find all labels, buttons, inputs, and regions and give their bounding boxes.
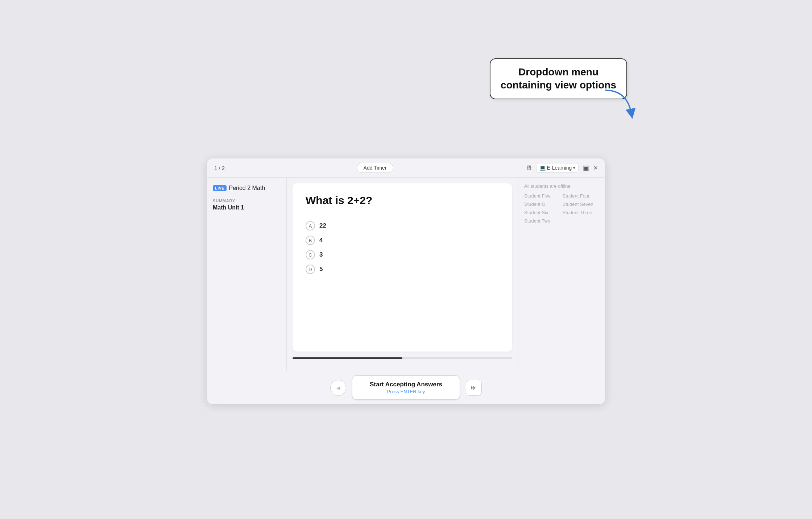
student-name: Student Three [563, 210, 600, 215]
answer-value: 22 [319, 222, 326, 229]
student-name: Student O [524, 202, 561, 207]
top-bar-right: 🖥 💻 E-Learning ▾ ▣ × [525, 163, 598, 173]
pagination: 1 / 2 [214, 165, 225, 171]
question-card: What is 2+2? A 22 B 4 C 3 D 5 [293, 183, 512, 352]
answer-letter: D [306, 265, 315, 274]
progress-fill [293, 357, 402, 359]
elearning-dropdown[interactable]: 💻 E-Learning ▾ [536, 163, 579, 173]
tooltip-line2: containing view options [501, 79, 616, 91]
start-accepting-button[interactable]: Start Accepting Answers Press ENTER key [352, 375, 460, 400]
answer-value: 5 [319, 266, 323, 273]
student-name: Student Four [563, 193, 600, 199]
answer-options: A 22 B 4 C 3 D 5 [306, 221, 499, 274]
enter-hint: Press ENTER key [370, 389, 442, 394]
tooltip-line1: Dropdown menu [518, 66, 598, 78]
answer-value: 4 [319, 237, 323, 244]
monitor-icon[interactable]: 🖥 [525, 164, 532, 172]
prev-icon: ◀ [336, 385, 340, 391]
laptop-icon: 💻 [539, 165, 546, 171]
answer-letter: C [306, 250, 315, 260]
layout-icon[interactable]: ▣ [583, 164, 589, 172]
annotation-layer: Dropdown menu containing view options [490, 58, 627, 99]
tooltip-arrow-icon [602, 87, 638, 119]
answer-letter: B [306, 236, 315, 245]
app-window: 1 / 2 Add Timer 🖥 💻 E-Learning ▾ ▣ × LIV [207, 158, 605, 404]
close-button[interactable]: × [593, 164, 598, 172]
live-badge: LIVE [213, 185, 227, 191]
question-area: What is 2+2? A 22 B 4 C 3 D 5 [287, 178, 518, 371]
prev-button[interactable]: ◀ [330, 380, 346, 396]
main-content: LIVE Period 2 Math SUMMARY Math Unit 1 W… [207, 178, 605, 371]
question-text: What is 2+2? [306, 194, 499, 207]
answer-option: B 4 [306, 236, 499, 245]
summary-label: SUMMARY [213, 199, 281, 203]
next-button[interactable]: ⏭ [466, 380, 482, 396]
student-name: Student Five [524, 193, 561, 199]
add-timer-button[interactable]: Add Timer [357, 163, 394, 173]
answer-letter: A [306, 221, 315, 231]
answer-value: 3 [319, 251, 323, 258]
class-name-row: LIVE Period 2 Math [213, 185, 281, 191]
answer-option: A 22 [306, 221, 499, 231]
bottom-bar: ◀ Start Accepting Answers Press ENTER ke… [207, 371, 605, 404]
offline-status: All students are offline [524, 183, 599, 189]
class-name-text: Period 2 Math [229, 185, 265, 191]
sidebar: LIVE Period 2 Math SUMMARY Math Unit 1 [207, 178, 287, 371]
unit-name: Math Unit 1 [213, 204, 281, 211]
progress-track [293, 357, 512, 359]
chevron-down-icon: ▾ [573, 166, 575, 170]
students-grid: Student FiveStudent FourStudent OStudent… [524, 193, 599, 224]
answer-option: C 3 [306, 250, 499, 260]
top-bar-center: Add Timer [357, 163, 394, 173]
next-icon: ⏭ [471, 384, 477, 391]
tooltip-box: Dropdown menu containing view options [490, 58, 627, 99]
start-accepting-label: Start Accepting Answers [370, 381, 442, 388]
top-bar: 1 / 2 Add Timer 🖥 💻 E-Learning ▾ ▣ × [207, 158, 605, 178]
student-name: Student Six [524, 210, 561, 215]
elearning-label: E-Learning [547, 165, 572, 171]
answer-option: D 5 [306, 265, 499, 274]
right-panel: All students are offline Student FiveStu… [518, 178, 605, 371]
page-wrapper: Dropdown menu containing view options 1 … [207, 115, 605, 404]
student-name: Student Seven [563, 202, 600, 207]
student-name: Student Two [524, 218, 561, 224]
progress-area [287, 357, 518, 359]
